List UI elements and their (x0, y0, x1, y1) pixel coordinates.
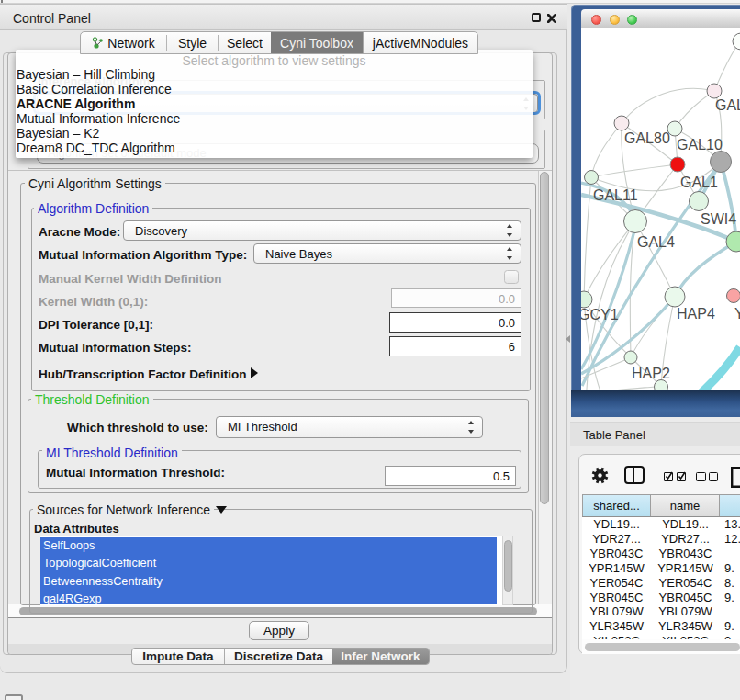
svg-text:YP: YP (734, 306, 740, 322)
svg-text:GCY1: GCY1 (581, 307, 619, 322)
svg-text:HAP4: HAP4 (677, 306, 715, 322)
svg-text:GAL80: GAL80 (624, 130, 670, 146)
svg-text:GAL11: GAL11 (593, 187, 638, 203)
svg-text:HAP2: HAP2 (632, 366, 670, 381)
svg-text:SWI4: SWI4 (701, 211, 736, 227)
svg-text:GAL1: GAL1 (680, 175, 718, 190)
svg-text:GAL4: GAL4 (637, 234, 675, 250)
svg-text:GAL10: GAL10 (677, 137, 723, 152)
svg-text:GAL7: GAL7 (715, 97, 740, 113)
